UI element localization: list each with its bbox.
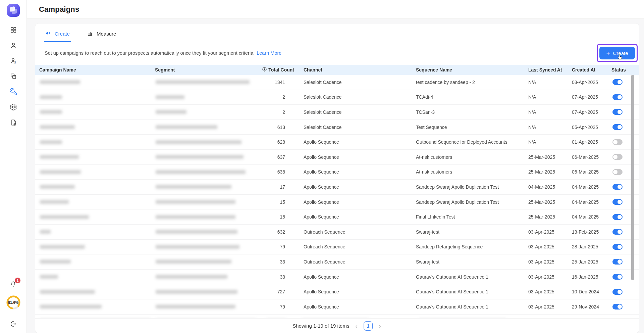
health-score-ring: 81.6% (5, 294, 21, 311)
toggle-knob (618, 245, 622, 249)
status-toggle[interactable] (612, 154, 623, 160)
create-button[interactable]: + Create (599, 47, 635, 59)
status-toggle[interactable] (612, 139, 623, 145)
sequence-name-value: Sandeep Swaraj Apollo Duplication Test (414, 199, 525, 205)
table-footer: Showing 1-19 of 19 items ‹ 1 › (35, 319, 639, 333)
channel-value: Apollo Sequence (297, 289, 414, 294)
status-toggle[interactable] (612, 304, 623, 310)
status-toggle[interactable] (612, 199, 623, 205)
redacted-segment (156, 305, 235, 308)
info-icon[interactable] (262, 67, 267, 73)
sidebar-item-dashboard[interactable] (7, 25, 20, 36)
table-row[interactable]: 613 Salesloft Cadence Test Sequence N/A … (35, 120, 639, 135)
sidebar-item-people[interactable] (7, 40, 20, 52)
total-count-value: 79 (280, 304, 297, 310)
status-toggle[interactable] (612, 94, 623, 100)
toggle-knob (613, 140, 618, 144)
status-toggle[interactable] (612, 169, 623, 175)
table-row[interactable]: 79 Outreach Sequence Sandeep Retargeting… (35, 240, 639, 255)
table-row[interactable]: 15 Apollo Sequence Sandeep Swaraj Apollo… (35, 195, 639, 210)
pagination-page-1[interactable]: 1 (364, 321, 373, 331)
sidebar-item-campaigns[interactable] (7, 87, 20, 98)
status-toggle[interactable] (612, 79, 623, 85)
created-at-value: 25-Jan-2025 (569, 259, 605, 265)
status-toggle[interactable] (612, 229, 623, 235)
table-row[interactable]: 15 Apollo Sequence Final LInkedin Test 2… (35, 209, 639, 225)
intro-text: Set up campaigns to reach out to your pr… (45, 50, 281, 56)
created-at-value: 08-Apr-2025 (569, 80, 605, 85)
pagination-prev-icon[interactable]: ‹ (355, 323, 358, 329)
last-synced-at-value: N/A (525, 125, 569, 130)
total-count-value: 79 (280, 244, 297, 249)
notifications-button[interactable]: 1 (9, 280, 17, 289)
redacted-segment (156, 230, 237, 234)
redacted-segment (156, 110, 186, 114)
redacted-segment (156, 260, 231, 264)
table-row[interactable]: 33 Apollo Sequence Gaurav's Outbound AI … (35, 270, 639, 285)
tab-measure[interactable]: Measure (87, 30, 117, 42)
sequence-name-value: Gaurav's Outbound AI Sequence 1 (414, 274, 525, 280)
last-synced-at-value: 03-Apr-2025 (525, 289, 569, 294)
status-toggle[interactable] (612, 184, 623, 190)
sidebar-item-prospects[interactable]: $ (7, 56, 20, 67)
create-button-highlight-box: + Create (597, 44, 638, 62)
total-count-value: 15 (280, 214, 297, 220)
status-toggle[interactable] (612, 289, 623, 295)
pagination-next-icon[interactable]: › (378, 323, 382, 329)
table-row[interactable]: 632 Outreach Sequence Swaraj-test 03-Apr… (35, 225, 639, 240)
redacted-segment (156, 215, 235, 219)
toggle-knob (618, 215, 622, 219)
table-row[interactable]: 2 Salesloft Cadence TCAdi-4 N/A 07-Apr-2… (35, 90, 639, 105)
created-at-value: 28-Jan-2025 (569, 244, 605, 249)
toggle-knob (618, 290, 622, 294)
created-at-value: 06-Mar-2025 (569, 169, 605, 175)
table-row[interactable]: 17 Apollo Sequence Sandeep Swaraj Apollo… (35, 180, 639, 195)
channel-value: Apollo Sequence (297, 214, 414, 220)
table-row[interactable]: 1341 Salesloft Cadence test cadence by s… (35, 75, 639, 90)
table-row[interactable]: 33 Outreach Sequence Swaraj-test 03-Apr-… (35, 254, 639, 270)
sequence-name-value: Final LInkedin Test (414, 214, 525, 220)
tab-create[interactable]: Create (45, 30, 70, 42)
learn-more-link[interactable]: Learn More (257, 50, 281, 56)
sidebar-item-pages[interactable] (7, 71, 20, 83)
table-row[interactable]: 2 Salesloft Cadence TCSan-3 N/A 07-Apr-2… (35, 105, 639, 120)
redacted-segment (156, 125, 217, 129)
sequence-name-value: At-risk customers (414, 154, 525, 160)
total-count-value: 1341 (275, 80, 297, 85)
table-scrollbar[interactable] (631, 75, 634, 280)
logout-button[interactable] (10, 320, 17, 329)
sequence-name-value: Swaraj-test (414, 229, 525, 235)
status-toggle[interactable] (612, 109, 623, 115)
status-toggle[interactable] (612, 274, 623, 280)
column-total-count: Total Count (262, 67, 297, 73)
column-campaign-name: Campaign Name (35, 67, 151, 73)
column-segment: Segment (151, 67, 262, 73)
status-toggle[interactable] (612, 259, 623, 265)
sequence-name-value: Sandeep Swaraj Apollo Duplication Test (414, 184, 525, 190)
total-count-value: 2 (282, 94, 297, 100)
health-score-value: 81.6% (5, 294, 21, 311)
sequence-name-value: test cadence by sandeep - 2 (414, 80, 525, 85)
status-toggle[interactable] (612, 124, 623, 130)
sidebar-item-settings[interactable] (7, 102, 20, 113)
total-count-value: 628 (277, 139, 297, 145)
table-row[interactable]: 637 Apollo Sequence At-risk customers 25… (35, 150, 639, 165)
table-row[interactable]: 727 Apollo Sequence Gaurav's Outbound AI… (35, 284, 639, 299)
created-at-value: 04-Mar-2025 (569, 199, 605, 205)
redacted-segment (156, 170, 246, 174)
toggle-knob (618, 80, 622, 84)
status-toggle[interactable] (612, 214, 623, 220)
sidebar-item-reports[interactable] (7, 117, 20, 129)
tab-bar: Create Measure (35, 23, 639, 42)
column-last-synced-at: Last Synced At (525, 67, 569, 73)
status-toggle[interactable] (612, 244, 623, 250)
redacted-segment (156, 140, 241, 144)
table-row[interactable]: 638 Apollo Sequence At-risk customers 25… (35, 165, 639, 180)
table-row[interactable]: 628 Apollo Sequence Outbound Sequence fo… (35, 135, 639, 150)
channel-value: Salesloft Cadence (297, 125, 414, 130)
tab-create-label: Create (55, 31, 70, 37)
total-count-value: 632 (277, 229, 297, 235)
channel-value: Apollo Sequence (297, 154, 414, 160)
table-row[interactable]: 79 Apollo Sequence Gaurav's Outbound AI … (35, 299, 639, 315)
svg-text:$: $ (14, 61, 16, 64)
